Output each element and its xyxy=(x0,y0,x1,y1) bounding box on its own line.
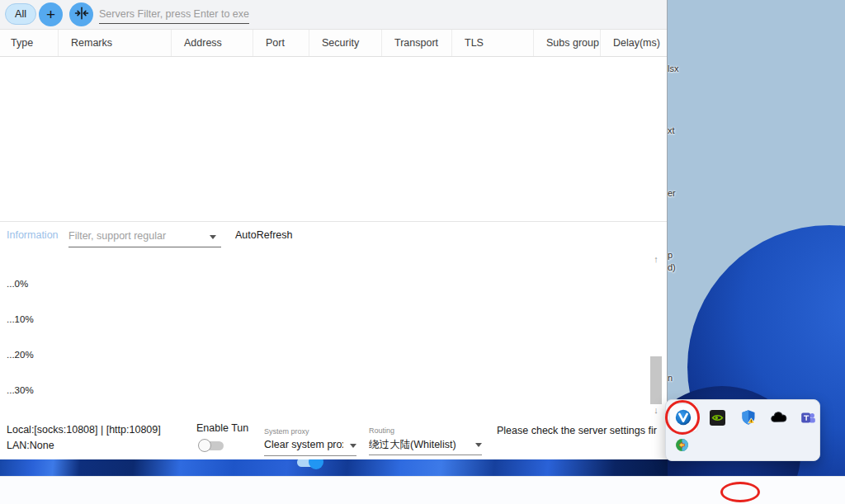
server-table-header: Type Remarks Address Port Security Trans… xyxy=(0,30,667,57)
chevron-down-icon xyxy=(350,444,356,448)
system-tray-flyout xyxy=(665,399,820,461)
routing-label: Routing xyxy=(369,426,394,435)
subscription-group-all-button[interactable]: All xyxy=(5,3,36,25)
column-header-tls[interactable]: TLS xyxy=(452,30,534,56)
plus-icon: + xyxy=(46,6,55,24)
column-header-port[interactable]: Port xyxy=(253,30,309,56)
tray-cloud-icon[interactable] xyxy=(770,411,786,427)
tray-windows-security-icon[interactable] xyxy=(740,409,757,426)
log-line: ...10% xyxy=(7,313,668,325)
scrollbar-thumb[interactable] xyxy=(650,356,662,404)
desktop-icon-label[interactable]: lsx xyxy=(668,64,678,73)
log-scrollbar[interactable]: ↑ ↓ xyxy=(649,251,663,417)
column-header-security[interactable]: Security xyxy=(309,30,382,56)
chevron-down-icon xyxy=(210,235,216,239)
routing-value: 绕过大陆(Whitelist) xyxy=(369,438,456,452)
log-filter-placeholder: Filter, support regular xyxy=(68,230,166,242)
tray-idm-icon[interactable] xyxy=(675,438,692,455)
server-list-empty[interactable] xyxy=(0,57,667,221)
desktop-icon-label[interactable]: xt xyxy=(668,125,675,135)
toggle-knob xyxy=(198,439,211,452)
enable-tun-toggle[interactable] xyxy=(201,441,224,450)
servers-filter-input[interactable] xyxy=(99,4,249,24)
tray-v2rayn-icon[interactable] xyxy=(675,409,692,426)
column-header-delay[interactable]: Delay(ms) xyxy=(601,30,667,56)
lan-info: LAN:None xyxy=(7,440,54,451)
local-ports-info: Local:[socks:10808] | [http:10809] xyxy=(7,424,161,436)
desktop-icon-label[interactable]: d) xyxy=(668,262,676,272)
routing-dropdown[interactable]: 绕过大陆(Whitelist) xyxy=(369,436,482,455)
wallpaper-strip xyxy=(0,459,668,477)
system-proxy-dropdown[interactable]: Clear system prox xyxy=(264,436,356,456)
desktop-icon-label[interactable]: n xyxy=(668,373,673,383)
log-output-area[interactable]: ...0% ...10% ...20% ...30% ...40% ...50%… xyxy=(0,251,668,417)
tab-information[interactable]: Information xyxy=(7,229,59,241)
autorefresh-label: AutoRefresh xyxy=(235,229,292,241)
v2rayn-window: All + Type Remarks xyxy=(0,0,668,459)
log-line: ...30% xyxy=(7,384,668,396)
desktop-icon-label[interactable]: er xyxy=(668,188,676,198)
log-line: ...0% xyxy=(7,278,668,290)
columns-adjust-button[interactable] xyxy=(69,2,93,26)
column-header-remarks[interactable]: Remarks xyxy=(59,30,172,56)
status-message: Please check the server settings fir xyxy=(497,425,657,436)
information-panel-bar: Information Filter, support regular Auto… xyxy=(0,221,667,251)
log-filter-dropdown[interactable]: Filter, support regular xyxy=(68,226,221,247)
tune-icon xyxy=(74,6,89,24)
column-header-type[interactable]: Type xyxy=(0,30,59,56)
log-line: ...20% xyxy=(7,349,668,360)
taskbar: فا xyxy=(0,476,845,504)
system-proxy-value: Clear system prox xyxy=(264,439,343,450)
desktop-icon-label[interactable]: p xyxy=(668,250,673,260)
status-bar: Local:[socks:10808] | [http:10809] LAN:N… xyxy=(0,417,668,459)
column-header-subs-group[interactable]: Subs group xyxy=(534,30,601,56)
toolbar: All + xyxy=(0,0,667,30)
add-server-button[interactable]: + xyxy=(39,2,63,26)
column-header-address[interactable]: Address xyxy=(172,30,253,56)
scroll-up-icon[interactable]: ↑ xyxy=(651,254,661,264)
column-header-transport[interactable]: Transport xyxy=(382,30,452,56)
system-proxy-label: System proxy xyxy=(264,427,309,436)
enable-tun-label: Enable Tun xyxy=(196,422,248,434)
scroll-down-icon[interactable]: ↓ xyxy=(651,405,661,415)
screen: lsx xt er p d) n All + xyxy=(0,0,845,504)
chevron-down-icon xyxy=(475,443,482,447)
tray-nvidia-icon[interactable] xyxy=(710,410,726,426)
tray-teams-icon[interactable] xyxy=(800,410,817,426)
log-lines: ...0% ...10% ...20% ...30% ...40% ...50%… xyxy=(0,251,668,417)
